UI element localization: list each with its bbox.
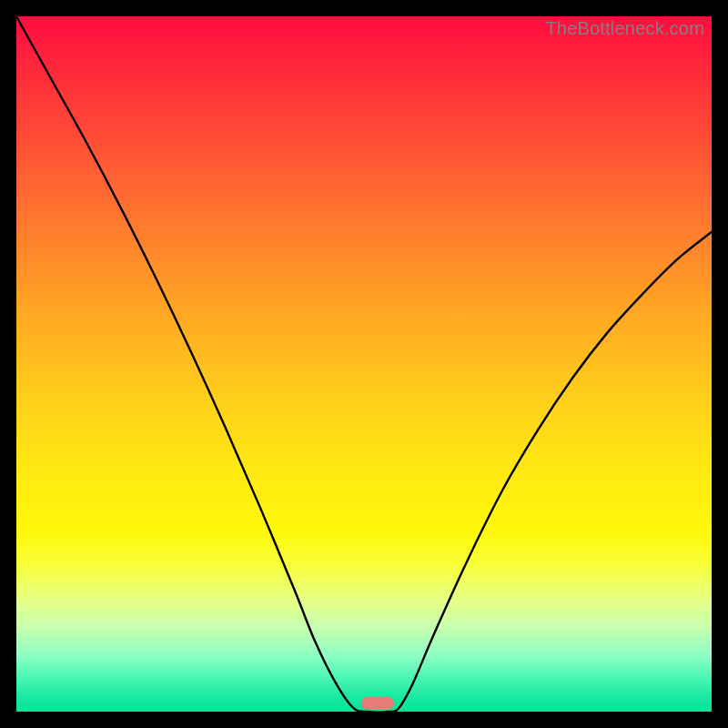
bottleneck-curve bbox=[16, 16, 712, 712]
optimal-marker bbox=[361, 697, 394, 710]
plot-area: TheBottleneck.com bbox=[16, 16, 712, 712]
chart-frame: TheBottleneck.com bbox=[0, 0, 728, 728]
